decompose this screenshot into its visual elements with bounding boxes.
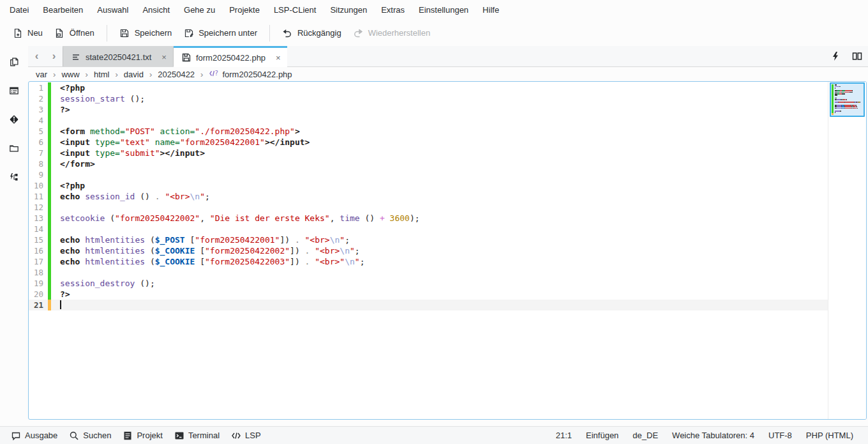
history-forward-button[interactable]: ›: [45, 46, 63, 66]
menu-item-extras[interactable]: Extras: [374, 2, 412, 18]
quick-actions-button[interactable]: [825, 46, 846, 66]
menu-item-gehe-zu[interactable]: Gehe zu: [177, 2, 222, 18]
code-line-5[interactable]: 5<form method="POST" action="./form20250…: [29, 126, 828, 137]
code-line-2[interactable]: 2session_start ();: [29, 93, 828, 104]
code-line-13[interactable]: 13setcookie ("form20250422002", "Die ist…: [29, 213, 828, 224]
menu-item-auswahl[interactable]: Auswahl: [90, 2, 135, 18]
code-line-19[interactable]: 19session_destroy ();: [29, 278, 828, 289]
breadcrumb-segment-david[interactable]: david: [124, 70, 144, 79]
token: name=: [155, 137, 180, 147]
statusbar-input-mode[interactable]: Einfügen: [579, 428, 625, 443]
speichern-button[interactable]: Speichern: [114, 24, 178, 42]
sidebar-button-documents[interactable]: [4, 53, 24, 71]
menu-item-lsp-client[interactable]: LSP-CLient: [267, 2, 323, 18]
token: \n: [340, 246, 350, 256]
statusbar-suchen-toggle[interactable]: Suchen: [63, 428, 117, 443]
editor-view[interactable]: 1<?php2session_start ();3?>45<form metho…: [28, 81, 867, 420]
code-line-12[interactable]: 12: [29, 202, 828, 213]
speichern-unter-button[interactable]: Speichern unter: [177, 24, 263, 42]
code-line-17[interactable]: 17echo htmlentities ($_COOKIE ["form2025…: [29, 256, 828, 267]
code-line-9[interactable]: 9: [29, 169, 828, 180]
code-line-18[interactable]: 18: [29, 267, 828, 278]
sidebar-button-symbols-outline[interactable]: [4, 82, 24, 100]
neu-button[interactable]: Neu: [6, 24, 49, 42]
split-view-button[interactable]: [846, 46, 868, 66]
statusbar-tab-mode[interactable]: Weiche Tabulatoren: 4: [665, 428, 761, 443]
code-line-20[interactable]: 20?>: [29, 289, 828, 300]
toolbar: NeuÖffnenSpeichernSpeichern unterRückgän…: [0, 20, 868, 46]
code-line-15[interactable]: 15echo htmlentities ($_POST ["form202504…: [29, 234, 828, 245]
minimap-modification-marks: [832, 84, 834, 115]
code-area[interactable]: 1<?php2session_start ();3?>45<form metho…: [29, 82, 828, 419]
statusbar-ausgabe-toggle[interactable]: Ausgabe: [5, 428, 63, 443]
code-line-3[interactable]: 3?>: [29, 104, 828, 115]
tab-close-button[interactable]: ×: [161, 52, 167, 62]
statusbar-cursor-position[interactable]: 21:1: [549, 428, 579, 443]
sidebar-button-filesystem-browser[interactable]: [4, 139, 24, 157]
breadcrumb-segment-20250422[interactable]: 20250422: [158, 70, 195, 79]
tab-close-button[interactable]: ×: [276, 53, 281, 63]
statusbar-terminal-toggle[interactable]: Terminal: [168, 428, 225, 443]
token: "./form20250422.php": [195, 126, 295, 136]
breadcrumb-segment-html[interactable]: html: [94, 70, 110, 79]
token: ();: [135, 279, 154, 288]
ffnen-button[interactable]: Öffnen: [49, 24, 100, 42]
token: "Die ist der erste Keks": [210, 213, 330, 223]
code-text: [60, 300, 828, 310]
token: "<br>": [315, 257, 345, 266]
token: type=: [95, 137, 120, 147]
code-line-7[interactable]: 7<input type="submit"></input>: [29, 148, 828, 158]
menu-item-einstellungen[interactable]: Einstellungen: [412, 2, 475, 18]
breadcrumb-segment-www[interactable]: www: [61, 70, 79, 79]
menu-item-projekte[interactable]: Projekte: [222, 2, 267, 18]
icon-border: [51, 126, 60, 137]
token: ": [340, 235, 345, 245]
code-line-11[interactable]: 11echo session_id () . "<br>\n";: [29, 191, 828, 202]
code-line-8[interactable]: 8</form>: [29, 158, 828, 169]
statusbar-dictionary[interactable]: de_DE: [625, 428, 665, 443]
statusbar-encoding[interactable]: UTF-8: [761, 428, 799, 443]
code-line-16[interactable]: 16echo htmlentities ($_COOKIE ["form2025…: [29, 245, 828, 256]
token: ": [355, 257, 360, 266]
line-number: 16: [29, 245, 48, 256]
projekt-icon: [123, 431, 133, 441]
r-ckg-ngig-button[interactable]: Rückgängig: [276, 24, 347, 42]
menu-item-hilfe[interactable]: Hilfe: [475, 2, 506, 18]
minimap-viewport[interactable]: [830, 82, 865, 117]
statusbar-label: Ausgabe: [25, 431, 57, 440]
menu-item-bearbeiten[interactable]: Bearbeiten: [36, 2, 90, 18]
toolbar-button-label: Rückgängig: [297, 28, 341, 38]
code-text: [60, 169, 828, 180]
statusbar-syntax-mode[interactable]: PHP (HTML): [799, 428, 860, 443]
code-line-4[interactable]: 4: [29, 115, 828, 126]
menu-item-sitzungen[interactable]: Sitzungen: [323, 2, 374, 18]
tab-state20250421-txt[interactable]: state20250421.txt×: [63, 46, 174, 66]
code-line-10[interactable]: 10<?php: [29, 180, 828, 191]
sidebar-button-git[interactable]: [4, 111, 24, 128]
symbols-outline-icon: [9, 86, 19, 96]
code-text: </form>: [60, 158, 828, 169]
breadcrumb: var›www›html›david›20250422›?form2025042…: [28, 67, 868, 81]
menu-item-datei[interactable]: Datei: [3, 2, 36, 18]
code-line-6[interactable]: 6<input type="text" name="form2025042200…: [29, 137, 828, 148]
wiederherstellen-button: Wiederherstellen: [347, 24, 437, 42]
token: [155, 126, 160, 136]
code-line-1[interactable]: 1<?php: [29, 82, 828, 93]
code-text: echo session_id () . "<br>\n";: [60, 191, 828, 202]
breadcrumb-file[interactable]: ?form20250422.php: [209, 68, 292, 80]
token: session_start: [60, 94, 125, 103]
sidebar-button-lsp-client[interactable]: [4, 168, 24, 186]
statusbar-projekt-toggle[interactable]: Projekt: [117, 428, 168, 443]
code-line-21[interactable]: 21: [29, 300, 828, 310]
token: "submit": [120, 148, 160, 158]
code-text: <?php: [60, 82, 828, 93]
code-line-14[interactable]: 14: [29, 224, 828, 234]
tab-form20250422-php[interactable]: form20250422.php×: [174, 46, 287, 67]
menu-item-ansicht[interactable]: Ansicht: [135, 2, 177, 18]
minimap-scrollbar[interactable]: [828, 82, 866, 419]
breadcrumb-segment-var[interactable]: var: [36, 70, 47, 79]
token: ;: [345, 235, 350, 245]
history-back-button[interactable]: ‹: [28, 46, 45, 66]
statusbar-lsp-toggle[interactable]: LSP: [225, 428, 267, 443]
icon-border: [51, 213, 60, 224]
